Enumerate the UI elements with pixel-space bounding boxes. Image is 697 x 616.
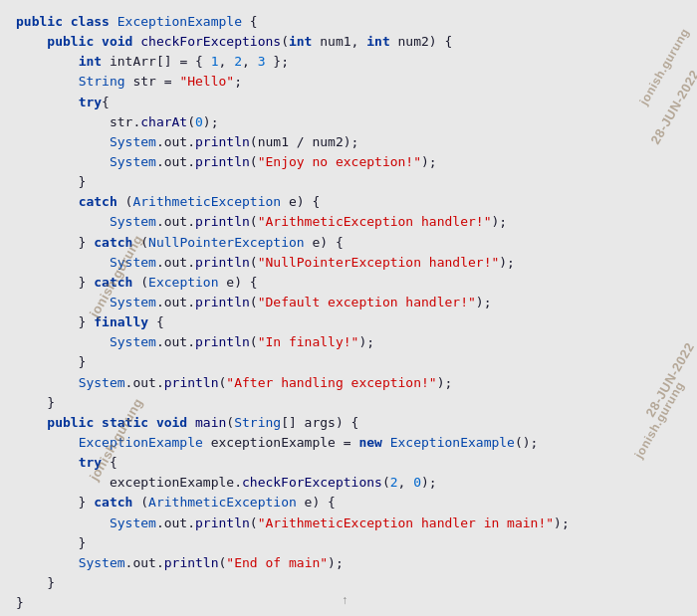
- code-editor: public class ExceptionExample { public v…: [0, 0, 697, 616]
- code-content: public class ExceptionExample { public v…: [16, 12, 681, 613]
